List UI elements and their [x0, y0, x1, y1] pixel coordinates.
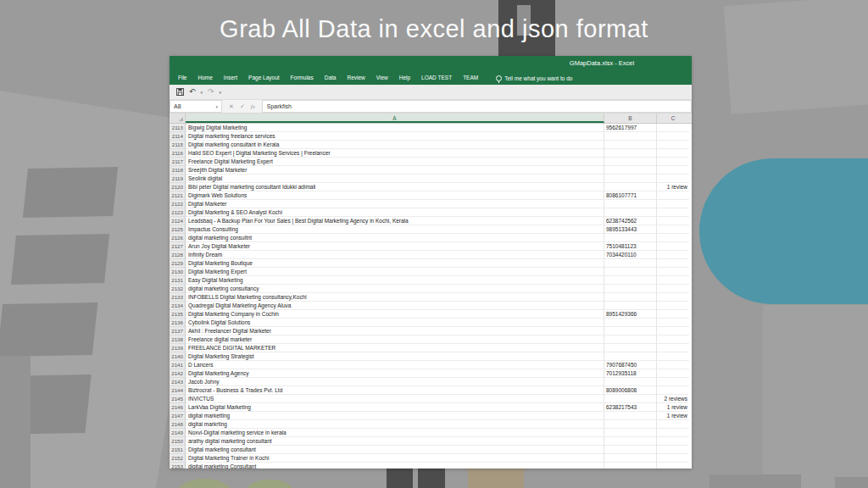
cell-name[interactable]: Digital Marketing Company in Cochin [186, 310, 604, 319]
row-header[interactable]: 2143 [170, 378, 186, 386]
cell-name[interactable]: Digital Marketing Agency [186, 369, 604, 378]
ribbon-tab-home[interactable]: Home [198, 71, 212, 85]
cell-phone[interactable]: 7907687450 [604, 361, 657, 369]
formula-bar-input[interactable]: Sparkfish [262, 100, 692, 113]
row-header[interactable]: 2126 [170, 234, 186, 242]
cell-reviews[interactable] [657, 217, 689, 225]
cell-name[interactable]: Jacob Johny [186, 378, 604, 386]
cell-name[interactable]: Digital Marketing & SEO Analyst Kochi [186, 208, 604, 217]
ribbon-tab-data[interactable]: Data [325, 71, 337, 85]
cell-reviews[interactable] [657, 446, 689, 454]
cell-phone[interactable]: 6238742562 [604, 217, 657, 225]
cell-reviews[interactable] [657, 234, 689, 242]
row-header[interactable]: 2121 [170, 191, 186, 200]
cell-phone[interactable] [604, 285, 657, 293]
cell-name[interactable]: Quadregal Digital Marketing Agency Aluva [186, 302, 604, 310]
cell-phone[interactable] [604, 175, 657, 183]
row-header[interactable]: 2133 [170, 293, 186, 302]
cell-name[interactable]: Sreejith Digital Marketer [186, 166, 604, 175]
cell-reviews[interactable] [657, 200, 689, 208]
row-header[interactable]: 2145 [170, 395, 186, 403]
cell-name[interactable]: Bigwig Digital Marketing [186, 124, 604, 132]
cell-reviews[interactable] [657, 336, 689, 344]
cell-reviews[interactable] [657, 208, 689, 217]
cell-name[interactable]: Arun Joy Digital Marketer [186, 242, 604, 251]
cell-phone[interactable] [604, 463, 657, 469]
undo-icon[interactable]: ↶ [189, 88, 196, 96]
cell-name[interactable]: INVICTUS [186, 395, 604, 403]
row-header[interactable]: 2124 [170, 217, 186, 225]
cell-reviews[interactable] [657, 293, 689, 302]
ribbon-tab-formulas[interactable]: Formulas [291, 71, 314, 85]
cell-name[interactable]: Digital Marketing Boutique [186, 259, 604, 268]
cell-name[interactable]: Freelance Digital Marketing Expert [186, 158, 604, 166]
cell-name[interactable]: Easy Digital Marketing [186, 276, 604, 285]
row-header[interactable]: 2153 [170, 463, 186, 469]
ribbon-tab-insert[interactable]: Insert [224, 71, 237, 85]
cell-reviews[interactable] [657, 158, 689, 166]
cell-name[interactable]: digital marketting [186, 412, 604, 420]
cell-reviews[interactable] [657, 463, 689, 469]
cell-reviews[interactable] [657, 327, 689, 336]
select-all-corner[interactable] [170, 114, 186, 123]
cell-name[interactable]: Leadsbaq - A Backup Plan For Your Sales … [186, 217, 604, 225]
cell-name[interactable]: INFOBELLS Digital Marketing consultancy,… [186, 293, 604, 302]
ribbon-tab-help[interactable]: Help [399, 71, 410, 85]
row-header[interactable]: 2130 [170, 268, 186, 276]
cell-phone[interactable] [604, 141, 657, 149]
cell-name[interactable]: LarkVaa Digital Marketing [186, 403, 604, 412]
cell-name[interactable]: digital marketing consultnt [186, 234, 604, 242]
cell-name[interactable]: Digital Marketer [186, 200, 604, 208]
column-header-c[interactable]: C [657, 114, 689, 123]
cell-reviews[interactable] [657, 141, 689, 149]
row-header[interactable]: 2118 [170, 166, 186, 175]
cell-reviews[interactable] [657, 454, 689, 463]
row-header[interactable]: 2150 [170, 437, 186, 446]
cell-phone[interactable]: 8086107771 [604, 191, 657, 200]
row-header[interactable]: 2136 [170, 319, 186, 327]
cell-reviews[interactable] [657, 175, 689, 183]
row-header[interactable]: 2148 [170, 420, 186, 429]
cell-name[interactable]: D Lancers [186, 361, 604, 369]
cell-phone[interactable] [604, 158, 657, 166]
cell-reviews[interactable] [657, 369, 689, 378]
row-header[interactable]: 2135 [170, 310, 186, 319]
cell-reviews[interactable]: 1 review [657, 412, 689, 420]
save-icon[interactable] [176, 88, 184, 96]
cell-reviews[interactable] [657, 132, 689, 141]
cell-name[interactable]: digital marketing Consultant [186, 463, 604, 469]
cell-name[interactable]: Digital Marketing Trainer in Kochi [186, 454, 604, 463]
cell-reviews[interactable] [657, 285, 689, 293]
cell-name[interactable]: Seolink digital [186, 175, 604, 183]
ribbon-tab-review[interactable]: Review [347, 71, 364, 85]
cell-name[interactable]: Noxvi-Digital marketing service in keral… [186, 429, 604, 437]
cell-name[interactable]: Cybolink Digital Solutions [186, 319, 604, 327]
tell-me-box[interactable]: Tell me what you want to do [496, 75, 572, 81]
cell-reviews[interactable] [657, 344, 689, 352]
cell-phone[interactable] [604, 132, 657, 141]
cell-reviews[interactable] [657, 386, 689, 395]
cell-phone[interactable]: 7510481123 [604, 242, 657, 251]
row-header[interactable]: 2147 [170, 412, 186, 420]
row-header[interactable]: 2123 [170, 208, 186, 217]
cell-reviews[interactable]: 1 review [657, 403, 689, 412]
cell-phone[interactable]: 7012935118 [604, 369, 657, 378]
cell-reviews[interactable] [657, 251, 689, 259]
cell-phone[interactable] [604, 183, 657, 191]
cell-phone[interactable] [604, 166, 657, 175]
cell-name[interactable]: Halid SEO Expert | Digital Marketing Ser… [186, 149, 604, 158]
column-header-a[interactable]: A [186, 114, 604, 123]
cell-phone[interactable] [604, 429, 657, 437]
row-header[interactable]: 2140 [170, 352, 186, 361]
cell-phone[interactable] [604, 446, 657, 454]
row-header[interactable]: 2141 [170, 361, 186, 369]
cell-phone[interactable] [604, 437, 657, 446]
redo-icon[interactable]: ↷ [208, 88, 214, 96]
cell-phone[interactable] [604, 412, 657, 420]
cell-phone[interactable]: 7034420110 [604, 251, 657, 259]
cell-phone[interactable] [604, 200, 657, 208]
cell-reviews[interactable] [657, 191, 689, 200]
cell-phone[interactable]: 9895133443 [604, 225, 657, 234]
cell-name[interactable]: Bibi peter Digital marketing consultant … [186, 183, 604, 191]
cell-phone[interactable] [604, 378, 657, 386]
